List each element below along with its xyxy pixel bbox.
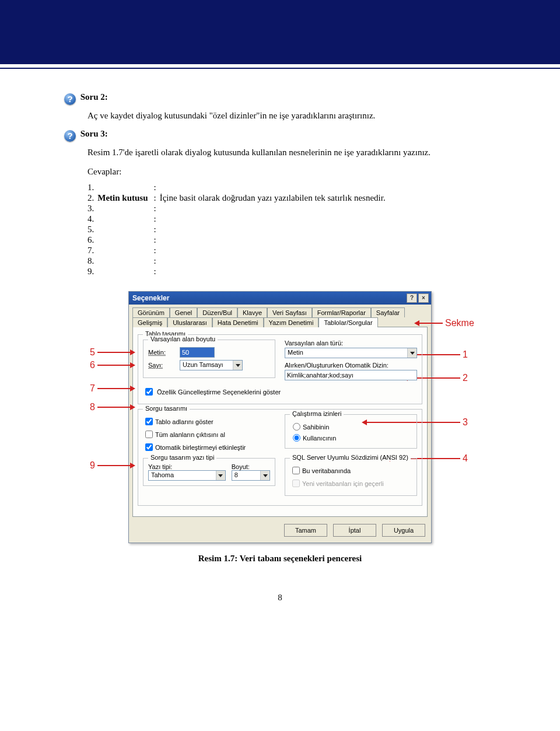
combo-yazitipi[interactable]: Tahoma — [148, 470, 226, 481]
answer-desc — [160, 183, 389, 193]
group-title: Sorgu tasarımı — [143, 405, 190, 412]
combo-sayi[interactable]: Uzun Tamsayı — [180, 360, 243, 370]
question-icon: ? — [64, 130, 76, 142]
combo-value: Uzun Tamsayı — [180, 361, 233, 370]
cancel-button[interactable]: İptal — [333, 524, 376, 537]
tab-gelismis[interactable]: Gelişmiş — [132, 317, 167, 327]
answer-num: 2. — [88, 193, 97, 204]
answer-colon: : — [154, 256, 160, 267]
tab-tablolarsorgular[interactable]: Tablolar/Sorgular — [318, 317, 377, 327]
radio-kullanicinin[interactable] — [293, 434, 300, 442]
callout-label: 2 — [460, 373, 470, 383]
dialog-titlebar[interactable]: Seçenekler ? × — [129, 292, 431, 305]
tab-formlarraporlar[interactable]: Formlar/Raporlar — [312, 307, 371, 317]
tab-duzenbul[interactable]: Düzen/Bul — [197, 307, 237, 317]
group-sql-ansi92: SQL Server Uyumlu Sözdizimi (ANSI 92) Bu… — [285, 458, 417, 496]
answer-desc — [160, 267, 389, 277]
header-band — [0, 0, 560, 64]
checkbox-label: Tüm alanların çıktısını al — [155, 431, 225, 438]
question-2-text: Aç ve kaydet diyalog kutusundaki "özel d… — [88, 111, 496, 121]
answer-desc — [160, 235, 389, 246]
radio-label: Kullanıcının — [303, 435, 336, 442]
tab-sayfalar[interactable]: Sayfalar — [371, 307, 405, 317]
answer-term — [97, 267, 153, 277]
answer-row: 3.: — [88, 204, 389, 214]
answer-colon: : — [154, 235, 160, 246]
checkbox-label: Bu veritabanında — [302, 467, 351, 474]
answer-term — [97, 235, 153, 246]
answer-term — [97, 246, 153, 256]
answer-num: 7. — [88, 246, 97, 256]
combo-varsayilan-tur[interactable]: Metin — [285, 348, 417, 358]
answer-num: 6. — [88, 235, 97, 246]
tab-klavye[interactable]: Klavye — [237, 307, 267, 317]
answer-row: 9.: — [88, 267, 389, 277]
answer-colon: : — [154, 183, 160, 193]
checkbox-tum-alanlar[interactable] — [145, 431, 153, 438]
checkbox-bu-veritabani[interactable] — [292, 467, 300, 474]
group-title: Varsayılan alan boyutu — [148, 335, 218, 342]
combo-boyut[interactable]: 8 — [232, 470, 270, 481]
page-body: ? Soru 2: Aç ve kaydet diyalog kutusunda… — [0, 69, 560, 614]
answer-term — [97, 225, 153, 235]
tab-verisayfasi[interactable]: Veri Sayfası — [267, 307, 312, 317]
checkbox-tablo-adlari[interactable] — [145, 418, 153, 425]
answer-row: 2.Metin kutusu:İçine basit olarak doğrud… — [88, 193, 389, 204]
answer-desc: İçine basit olarak doğrudan yazı yazılab… — [160, 193, 389, 204]
checkbox-ozellik-guncellestirme[interactable] — [145, 388, 153, 396]
label-metin: Metin: — [148, 349, 176, 356]
help-button[interactable]: ? — [407, 293, 417, 303]
group-title: Çalıştırma izinleri — [290, 410, 344, 417]
group-title: Sorgu tasarım yazı tipi — [148, 454, 216, 461]
figure-caption: Resim 1.7: Veri tabanı seçenekleri pence… — [64, 554, 496, 564]
answer-colon: : — [154, 267, 160, 277]
tab-strip: Görünüm Genel Düzen/Bul Klavye Veri Sayf… — [129, 305, 431, 327]
label-boyut: Boyut: — [232, 463, 270, 470]
chevron-down-icon[interactable] — [216, 471, 225, 480]
tab-hatadenetimi[interactable]: Hata Denetimi — [212, 317, 264, 327]
dialog-button-bar: Tamam İptal Uygula — [129, 520, 431, 543]
answer-desc — [160, 225, 389, 235]
dialog-title: Seçenekler — [132, 294, 169, 302]
chevron-down-icon[interactable] — [260, 471, 270, 480]
tab-uluslararasi[interactable]: Uluslararası — [167, 317, 212, 327]
apply-button[interactable]: Uygula — [382, 524, 425, 537]
combo-value: Metin — [285, 348, 407, 358]
checkbox-otomatik-birlestirme[interactable] — [145, 443, 153, 451]
input-metin[interactable] — [180, 347, 215, 358]
answer-colon: : — [154, 193, 160, 204]
answer-colon: : — [154, 204, 160, 214]
input-alirken[interactable] — [285, 370, 417, 380]
answer-num: 5. — [88, 225, 97, 235]
radio-sahibinin[interactable] — [293, 423, 300, 431]
tab-gorunum[interactable]: Görünüm — [132, 307, 170, 317]
answer-num: 3. — [88, 204, 97, 214]
checkbox-yeni-veritabani — [292, 480, 300, 487]
chevron-down-icon[interactable] — [407, 348, 416, 358]
tab-yazimdenetimi[interactable]: Yazım Denetimi — [264, 317, 319, 327]
question-3: ? Soru 3: Resim 1.7'de işaretli olarak d… — [64, 129, 496, 158]
answer-term — [97, 256, 153, 267]
tab-genel[interactable]: Genel — [170, 307, 197, 317]
answers-list: 1.: 2.Metin kutusu:İçine basit olarak do… — [88, 183, 389, 277]
close-button[interactable]: × — [418, 293, 429, 303]
question-2: ? Soru 2: Aç ve kaydet diyalog kutusunda… — [64, 92, 496, 121]
answer-colon: : — [154, 214, 160, 225]
answer-num: 8. — [88, 256, 97, 267]
group-tablo-tasarimi: Tablo tasarımı Varsayılan alan boyutu Me… — [138, 334, 422, 404]
ok-button[interactable]: Tamam — [284, 524, 327, 537]
answer-row: 5.: — [88, 225, 389, 235]
answer-row: 4.: — [88, 214, 389, 225]
callout-label: 9 — [88, 460, 97, 471]
label-alirken: Alırken/Oluştururken Otomatik Dizin: — [285, 362, 417, 369]
question-2-label: Soru 2: — [80, 92, 108, 102]
answer-term — [97, 204, 153, 214]
radio-label: Sahibinin — [303, 424, 329, 431]
answer-num: 1. — [88, 183, 97, 193]
chevron-down-icon[interactable] — [233, 361, 242, 370]
label-yazitipi: Yazı tipi: — [148, 463, 226, 470]
answer-desc — [160, 204, 389, 214]
label-sayi: Sayı: — [148, 362, 176, 369]
question-3-label: Soru 3: — [80, 129, 108, 138]
callout-label: 3 — [460, 417, 470, 428]
